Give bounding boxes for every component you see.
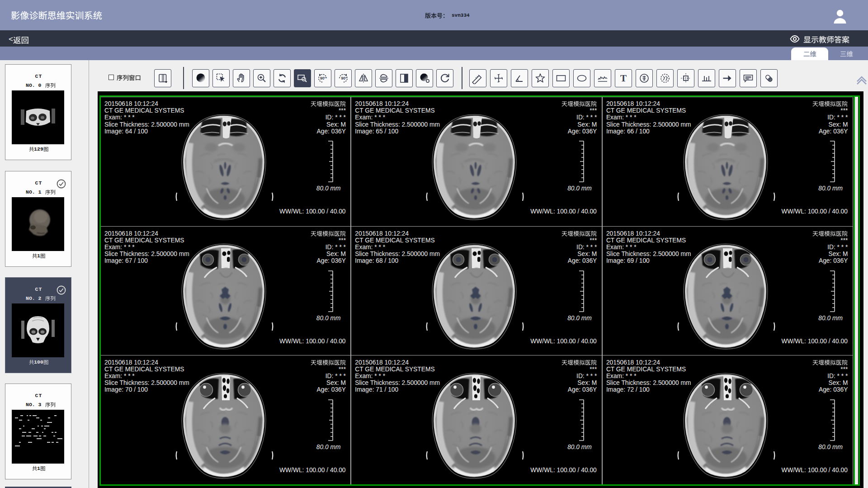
svg-text:T: T	[620, 73, 627, 84]
svg-text:90°: 90°	[341, 76, 347, 81]
svg-text:90°: 90°	[320, 76, 326, 81]
